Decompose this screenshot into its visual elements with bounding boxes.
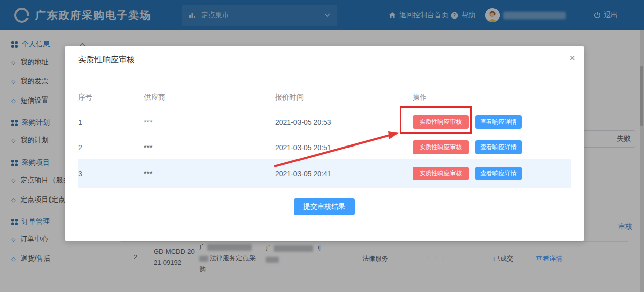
cell-quote-time: 2021-03-05 20:41 [275, 170, 413, 178]
cell-no: 1 [78, 118, 144, 126]
col-header-operation: 操作 [413, 93, 571, 102]
cell-supplier: *** [144, 143, 275, 152]
view-response-detail-button[interactable]: 查看响应详情 [475, 140, 522, 154]
col-header-no: 序号 [78, 93, 144, 102]
cell-no: 3 [78, 170, 144, 178]
substantive-review-button[interactable]: 实质性响应审核 [413, 140, 469, 154]
cell-supplier: *** [144, 118, 275, 126]
cell-operation: 实质性响应审核 查看响应详情 [413, 115, 571, 129]
cell-operation: 实质性响应审核 查看响应详情 [413, 140, 571, 154]
cell-operation: 实质性响应审核 查看响应详情 [413, 167, 571, 180]
cell-quote-time: 2021-03-05 20:53 [275, 118, 413, 126]
table-row-highlighted: 3 *** 2021-03-05 20:41 实质性响应审核 查看响应详情 [78, 159, 571, 188]
table-row: 1 *** 2021-03-05 20:53 实质性响应审核 查看响应详情 [78, 109, 571, 135]
close-icon[interactable]: × [569, 53, 575, 63]
view-response-detail-button[interactable]: 查看响应详情 [475, 115, 522, 129]
table-header-row: 序号 供应商 报价时间 操作 [78, 86, 571, 109]
cell-supplier: *** [144, 170, 275, 178]
table-row: 2 *** 2021-03-05 20:51 实质性响应审核 查看响应详情 [78, 135, 571, 159]
col-header-supplier: 供应商 [144, 93, 275, 102]
col-header-quote-time: 报价时间 [275, 93, 413, 102]
review-table: 序号 供应商 报价时间 操作 1 *** 2021-03-05 20:53 实质… [78, 86, 571, 188]
modal-title: 实质性响应审核 [78, 55, 135, 65]
substantive-review-modal: 实质性响应审核 × 序号 供应商 报价时间 操作 1 *** 2021-03-0… [65, 46, 584, 241]
cell-quote-time: 2021-03-05 20:51 [275, 143, 413, 152]
page: 广东政府采购电子卖场 定点集市 返回控制台首页 ? 帮助 [0, 0, 644, 292]
substantive-review-button[interactable]: 实质性响应审核 [413, 167, 469, 180]
cell-no: 2 [78, 143, 144, 152]
substantive-review-button[interactable]: 实质性响应审核 [413, 115, 469, 129]
submit-review-result-button[interactable]: 提交审核结果 [294, 198, 355, 215]
view-response-detail-button[interactable]: 查看响应详情 [475, 167, 522, 180]
